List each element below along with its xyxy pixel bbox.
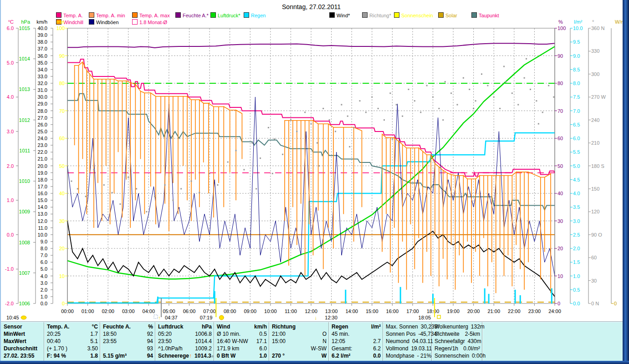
- cell-label: 5.15 g/m³: [103, 352, 127, 359]
- cell-label: Sichtweite: [435, 330, 460, 338]
- axis-tick-label-lm2: 10.0: [573, 25, 583, 31]
- axis-tick-label-min: 40: [59, 191, 65, 196]
- axis-tick-label-hPa: 1007: [19, 270, 30, 276]
- axis-tick-label-kmh: 24.0: [38, 136, 47, 141]
- series-richtung-dot: [473, 108, 474, 109]
- series-richtung-dot: [538, 123, 539, 125]
- cell-label: ^1.0hPa/h: [158, 345, 183, 352]
- series-richtung-dot: [190, 181, 192, 182]
- axis-tick-label-kmh: 36.0: [38, 53, 47, 59]
- table-col-wind: Windkm/hØ 10 min.0.516:40 W-NW17.1171.9 …: [214, 322, 269, 361]
- time-label: 21:00: [487, 308, 500, 314]
- axis-tick-label-C: -2.0: [5, 301, 14, 306]
- axis-tick-label-lm2: 2.0: [573, 246, 580, 251]
- cell-label: Schneerege↑: [158, 352, 192, 359]
- axis-tick-label-kmh: 4.0: [41, 273, 47, 279]
- column-title: Luftdruck: [158, 323, 183, 330]
- cell-value: 3.50: [85, 345, 98, 352]
- table-row-label: MinWert: [4, 330, 42, 338]
- cell-value: 93: [144, 345, 153, 352]
- series-richtung-dot: [282, 154, 283, 155]
- series-richtung-dot: [420, 111, 421, 113]
- table-row: 45 min.: [332, 330, 381, 338]
- table-row: Sichtweite2-5km: [435, 330, 480, 338]
- axis-tick-label-kmh: 17.0: [38, 184, 47, 189]
- series-richtung-dot: [260, 157, 261, 159]
- column-unit: hPa: [199, 323, 212, 330]
- series-richtung-dot: [365, 111, 367, 113]
- cell-value: 04.03.11: [409, 338, 433, 345]
- cell-value: 2-5km: [462, 330, 480, 338]
- series-richtung-dot: [442, 119, 444, 121]
- series-richtung-dot: [517, 104, 519, 106]
- table-row: Wolkenunterg132m: [435, 323, 480, 330]
- cell-value: 0.0l/m²: [460, 345, 480, 352]
- time-label: 13:00: [325, 308, 338, 314]
- cell-label: Gesamt:: [332, 345, 352, 352]
- table-header-row: LuftdruckhPa: [158, 323, 212, 330]
- corner-sun-icon: [21, 316, 26, 319]
- axis-tick-label-lm2: 1.5: [573, 259, 580, 265]
- series-richtung-dot: [371, 96, 373, 98]
- table-row: 05:201006.8: [158, 330, 212, 338]
- cell-value: 1.7: [87, 330, 98, 338]
- cell-value: 1.0: [256, 352, 267, 359]
- cell-label: Ø 10 min.: [217, 330, 240, 338]
- axis-tick-label-lm2: 4.0: [573, 191, 580, 196]
- axis-tick-label-kmh: 14.0: [38, 204, 47, 210]
- axis-tick-label-C: 2.0: [7, 163, 14, 169]
- axis-tick-label-kmh: 19.0: [38, 170, 47, 176]
- axis-tick-label-kmh: 29.0: [38, 101, 47, 106]
- cell-value: 1014.3≡: [192, 352, 214, 359]
- table-col-temp-a-: Temp. A.°C20:251.700:405.1(+ 1.70 )3.50F…: [44, 322, 100, 361]
- axis-unit-kmh: km/h: [36, 19, 47, 25]
- axis-tick-label-kmh: 0.0: [41, 301, 47, 306]
- time-marker-label: 12:30: [325, 315, 338, 320]
- cell-label: 0 Bft W: [217, 352, 235, 359]
- axis-tick-label-min: 70: [59, 108, 65, 114]
- axis-tick-label-kmh: 7.0: [41, 253, 47, 258]
- axis-tick-label-lm2: 3.0: [573, 218, 580, 224]
- time-label: 05:00: [163, 308, 175, 314]
- table-header-row: Richtung: [272, 323, 327, 330]
- axis-tick-label-C: 4.0: [7, 94, 14, 100]
- cell-label: 23:55: [103, 338, 117, 345]
- series-richtung-dot: [251, 142, 253, 144]
- cell-value: 0.0: [370, 352, 381, 359]
- time-label: 08:00: [224, 308, 236, 314]
- time-label: 07:00: [203, 308, 216, 314]
- series-richtung-dot: [209, 173, 210, 174]
- series-richtung-dot: [329, 119, 330, 121]
- table-row: 20:251.7: [47, 330, 98, 338]
- cell-label: Max. Sonnen: [386, 323, 418, 330]
- series-richtung-dot: [347, 116, 348, 117]
- axis-tick-label-lm2: 3.5: [573, 204, 580, 210]
- table-header-row: Sensor: [4, 323, 42, 330]
- series-richtung-dot: [463, 77, 464, 79]
- axis-tick-label-kmh: 28.0: [38, 108, 47, 114]
- axis-tick-label-hPa: 1008: [19, 240, 30, 245]
- table-row: 15:00N: [272, 338, 327, 345]
- cell-label: Neumond: [386, 338, 409, 345]
- row-label: MaxWert: [4, 338, 26, 345]
- cell-value: O: [320, 330, 327, 338]
- time-label: 19:00: [447, 308, 460, 314]
- cell-label: 270 °: [272, 352, 285, 359]
- axis-tick-label-pct: 10: [557, 273, 563, 279]
- axis-tick-label-pct: 90: [557, 53, 563, 59]
- axis-tick-label-kmh: 25.0: [38, 129, 47, 134]
- time-label: 02:00: [102, 308, 114, 314]
- series-richtung-dot: [389, 92, 391, 94]
- axis-tick-label-min: 0: [62, 301, 65, 306]
- series-richtung-dot: [180, 188, 182, 189]
- cell-label: 45 min.: [332, 330, 349, 338]
- table-row: 270 °W: [272, 352, 327, 359]
- axis-tick-label-lm2: 9.0: [573, 53, 580, 59]
- window-frame-right: [623, 0, 629, 364]
- axis-tick-label-deg: 270 W: [591, 94, 606, 100]
- axis-tick-label-min: 100: [56, 25, 65, 31]
- table-row: 21:00O: [272, 330, 327, 338]
- series-richtung-dot: [408, 89, 409, 90]
- axis-tick-label-kmh: 8.0: [41, 246, 47, 251]
- sunset-square-icon: [437, 315, 440, 318]
